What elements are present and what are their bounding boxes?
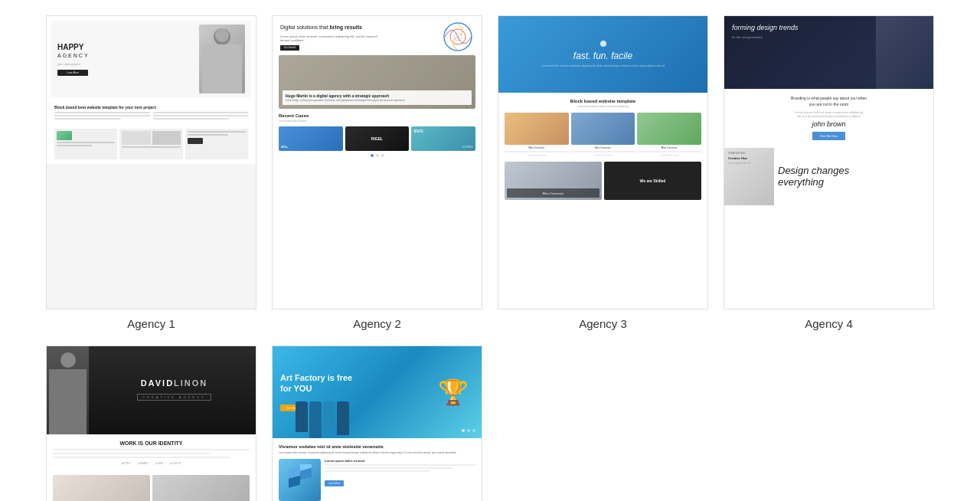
template-agency2[interactable]: Digital solutions that bring results Lor… [272, 15, 482, 330]
agency5-preview: DAVIDLINON CREATIVE AGENCY WORK IS OUR I… [46, 345, 256, 501]
template-agency5[interactable]: DAVIDLINON CREATIVE AGENCY WORK IS OUR I… [46, 345, 256, 501]
template-agency6[interactable]: Art Factory is freefor YOU Get Started 🏆 [272, 345, 482, 501]
template-agency1[interactable]: HAPPYAGENCY your next project Learn More… [46, 15, 256, 330]
agency4-preview: forming design trends for the next gener… [724, 15, 934, 309]
agency1-preview: HAPPYAGENCY your next project Learn More… [46, 15, 256, 309]
agency2-label: Agency 2 [353, 317, 401, 330]
agency3-preview: fast. fun. facile Lorem amet dolor sit a… [498, 15, 708, 309]
agency4-label: Agency 4 [805, 317, 853, 330]
template-agency4[interactable]: forming design trends for the next gener… [724, 15, 934, 330]
template-agency3[interactable]: fast. fun. facile Lorem amet dolor sit a… [498, 15, 708, 330]
agency2-preview: Digital solutions that bring results Lor… [272, 15, 482, 309]
agency1-label: Agency 1 [127, 317, 175, 330]
agency6-preview: Art Factory is freefor YOU Get Started 🏆 [272, 345, 482, 501]
agency3-label: Agency 3 [579, 317, 627, 330]
templates-grid: HAPPYAGENCY your next project Learn More… [0, 0, 980, 501]
